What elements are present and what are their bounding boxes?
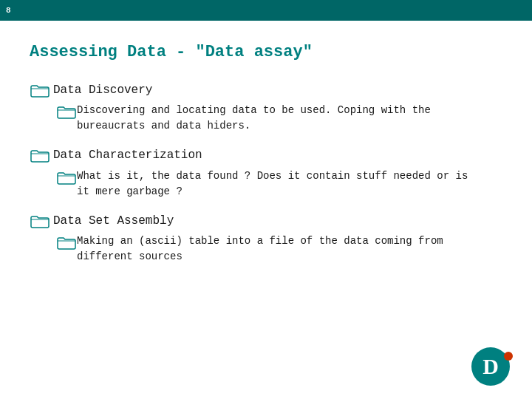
section-item-assembly: Data Set Assembly: [30, 213, 502, 229]
logo-circle: D: [471, 347, 510, 386]
section-label-discovery: Data Discovery: [53, 82, 152, 98]
sub-text-characterization: What is it, the data found ? Does it con…: [77, 168, 468, 200]
page-title: Assessing Data - "Data assay": [30, 43, 502, 61]
sub-item-assembly: Making an (ascii) table into a file of t…: [56, 233, 502, 265]
section-label-characterization: Data Characterization: [53, 147, 202, 163]
sub-item-characterization: What is it, the data found ? Does it con…: [56, 168, 502, 200]
folder-icon-sub-discovery: [56, 104, 74, 117]
sub-section-characterization: What is it, the data found ? Does it con…: [56, 168, 502, 200]
section-item-discovery: Data Discovery: [30, 82, 502, 98]
sub-section-assembly: Making an (ascii) table into a file of t…: [56, 233, 502, 265]
logo-letter: D: [482, 355, 499, 378]
section-data-characterization: Data Characterization What is it, the da…: [30, 147, 502, 199]
folder-icon-discovery: [30, 83, 50, 98]
section-data-assembly: Data Set Assembly Making an (ascii) tabl…: [30, 213, 502, 265]
slide-number: 8: [6, 6, 11, 15]
main-content: Assessing Data - "Data assay" Data Disco…: [0, 21, 532, 293]
logo-area: D: [471, 347, 510, 386]
folder-icon-assembly: [30, 214, 50, 228]
folder-icon-sub-characterization: [56, 170, 74, 183]
sub-item-discovery: Discovering and locating data to be used…: [56, 103, 502, 134]
section-label-assembly: Data Set Assembly: [53, 213, 174, 229]
folder-icon-sub-assembly: [56, 235, 74, 248]
section-data-discovery: Data Discovery Discovering and locating …: [30, 82, 502, 134]
folder-icon-characterization: [30, 148, 50, 163]
section-item-characterization: Data Characterization: [30, 147, 502, 163]
sub-text-discovery: Discovering and locating data to be used…: [77, 103, 468, 134]
sub-text-assembly: Making an (ascii) table into a file of t…: [77, 233, 468, 265]
top-bar: 8: [0, 0, 532, 21]
sub-section-discovery: Discovering and locating data to be used…: [56, 103, 502, 134]
